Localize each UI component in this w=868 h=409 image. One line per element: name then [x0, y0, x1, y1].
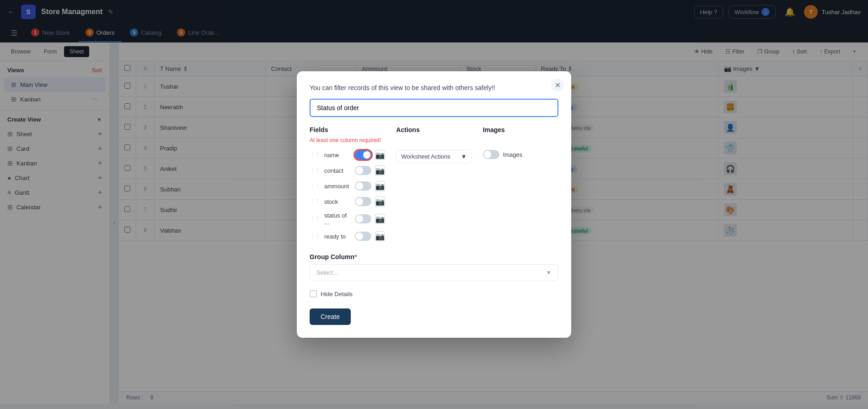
- group-col-placeholder: Select...: [316, 269, 338, 276]
- create-view-modal: ✕ You can filter records of this view to…: [297, 71, 571, 338]
- fields-error: At least one column required!: [310, 137, 385, 143]
- images-label: Images: [503, 151, 523, 158]
- field-image-icon[interactable]: 📷: [375, 231, 385, 241]
- field-image-icon[interactable]: 📷: [375, 181, 385, 191]
- drag-handle-icon[interactable]: ⋮⋮: [310, 216, 321, 222]
- chevron-down-icon: ▼: [546, 269, 552, 276]
- group-col-label: Group Column*: [310, 253, 558, 260]
- field-label: ammount: [324, 183, 351, 190]
- field-row: ⋮⋮ name 📷: [310, 147, 385, 163]
- images-header: Images: [483, 126, 558, 137]
- field-toggle[interactable]: [355, 166, 371, 175]
- field-label: stock: [324, 198, 351, 205]
- group-col-select[interactable]: Select... ▼: [310, 264, 558, 281]
- drag-handle-icon[interactable]: ⋮⋮: [310, 233, 321, 239]
- modal-close-button[interactable]: ✕: [551, 79, 564, 91]
- hide-details-row[interactable]: Hide Details: [310, 290, 558, 297]
- images-section: Images Images: [483, 126, 558, 244]
- field-label: status of ...: [324, 212, 351, 226]
- images-toggle[interactable]: [483, 150, 499, 159]
- hide-details-checkbox[interactable]: [310, 290, 317, 297]
- field-toggle[interactable]: [355, 181, 371, 191]
- field-image-icon[interactable]: 📷: [375, 197, 385, 207]
- fields-section: Fields At least one column required! ⋮⋮ …: [310, 126, 385, 244]
- field-image-icon[interactable]: 📷: [375, 214, 385, 224]
- images-toggle-row: Images: [483, 150, 558, 159]
- actions-section: Actions Worksheet Actions ▼: [396, 126, 472, 244]
- actions-dropdown-label: Worksheet Actions: [401, 153, 450, 160]
- group-col-section: Group Column* Select... ▼: [310, 253, 558, 281]
- drag-handle-icon[interactable]: ⋮⋮: [310, 152, 321, 158]
- field-label: contact: [324, 167, 351, 174]
- actions-header: Actions: [396, 126, 472, 137]
- field-toggle[interactable]: [355, 214, 371, 223]
- modal-subtitle: You can filter records of this view to b…: [310, 84, 558, 91]
- actions-dropdown[interactable]: Worksheet Actions ▼: [396, 150, 472, 163]
- field-row: ⋮⋮ contact 📷: [310, 163, 385, 178]
- drag-handle-icon[interactable]: ⋮⋮: [310, 167, 321, 174]
- field-toggle[interactable]: [355, 197, 371, 206]
- drag-handle-icon[interactable]: ⋮⋮: [310, 183, 321, 189]
- create-button[interactable]: Create: [310, 308, 351, 325]
- field-row: ⋮⋮ stock 📷: [310, 194, 385, 209]
- field-row: ⋮⋮ ready to 📷: [310, 228, 385, 244]
- fields-header: Fields: [310, 126, 385, 137]
- modal-overlay[interactable]: ✕ You can filter records of this view to…: [0, 0, 868, 404]
- field-toggle[interactable]: [355, 232, 371, 241]
- field-image-icon[interactable]: 📷: [375, 150, 385, 160]
- field-row: ⋮⋮ status of ... 📷: [310, 209, 385, 228]
- chevron-down-icon: ▼: [461, 153, 467, 160]
- field-image-icon[interactable]: 📷: [375, 165, 385, 175]
- hide-details-label: Hide Details: [321, 291, 353, 297]
- field-row: ⋮⋮ ammount 📷: [310, 178, 385, 194]
- drag-handle-icon[interactable]: ⋮⋮: [310, 198, 321, 205]
- view-name-input[interactable]: [310, 99, 558, 117]
- field-label: ready to: [324, 233, 351, 240]
- field-label: name: [324, 152, 351, 159]
- field-toggle[interactable]: [355, 150, 371, 159]
